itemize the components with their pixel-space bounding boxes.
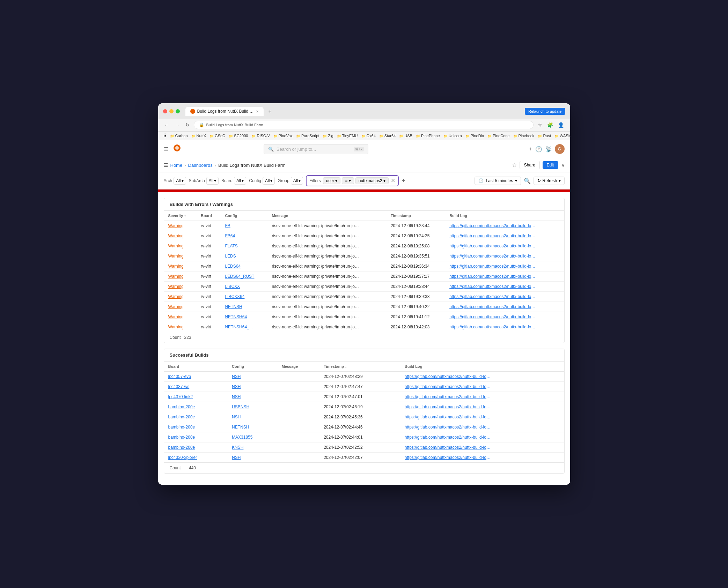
config-link[interactable]: LEDS	[225, 254, 236, 259]
filter-clear-button[interactable]: ✕	[391, 178, 395, 184]
config-link[interactable]: FB64	[225, 233, 235, 238]
log-link[interactable]: https://gitlab.com/nuttxmacos2/nuttx-bui…	[449, 325, 537, 329]
board-link[interactable]: lpc4330-xplorer	[168, 455, 197, 460]
board-link[interactable]: bambino-200e	[168, 445, 195, 450]
log-link[interactable]: https://gitlab.com/nuttxmacos2/nuttx-bui…	[405, 404, 492, 409]
board-link[interactable]: lpc4370-link2	[168, 394, 193, 399]
config-link[interactable]: NETNSH	[232, 425, 249, 430]
severity-link[interactable]: Warning	[168, 304, 184, 309]
bookmark-zig[interactable]: 📁Zig	[323, 134, 333, 138]
config-link[interactable]: NSH	[232, 415, 241, 419]
log-link[interactable]: https://gitlab.com/nuttxmacos2/nuttx-bui…	[449, 264, 537, 269]
breadcrumb-dashboards[interactable]: Dashboards	[188, 163, 213, 168]
config-link[interactable]: MAX31855	[232, 435, 252, 440]
profile-button[interactable]: 👤	[557, 121, 565, 128]
bookmark-pinephone[interactable]: 📁PinePhone	[416, 134, 440, 138]
config-link[interactable]: NSH	[232, 374, 241, 379]
bookmark-unicorn[interactable]: 📁Unicorn	[443, 134, 462, 138]
log-link[interactable]: https://gitlab.com/nuttxmacos2/nuttx-bui…	[449, 304, 537, 309]
relaunch-button[interactable]: Relaunch to update	[525, 108, 565, 115]
log-link[interactable]: https://gitlab.com/nuttxmacos2/nuttx-bui…	[405, 455, 492, 460]
config-link[interactable]: NSH	[232, 455, 241, 460]
close-traffic-light[interactable]	[163, 109, 167, 113]
log-link[interactable]: https://gitlab.com/nuttxmacos2/nuttx-bui…	[449, 294, 537, 299]
log-link[interactable]: https://gitlab.com/nuttxmacos2/nuttx-bui…	[449, 233, 537, 238]
bookmark-nuttx[interactable]: 📁NuttX	[191, 134, 206, 138]
log-link[interactable]: https://gitlab.com/nuttxmacos2/nuttx-bui…	[449, 254, 537, 259]
log-link[interactable]: https://gitlab.com/nuttxmacos2/nuttx-bui…	[405, 374, 492, 379]
bookmark-ox64[interactable]: 📁Ox64	[361, 134, 376, 138]
config-link[interactable]: KNSH	[232, 445, 243, 450]
board-link[interactable]: bambino-200e	[168, 435, 195, 440]
filter-op-select[interactable]: = ▾	[342, 177, 354, 184]
bookmark-sg2000[interactable]: 📁SG2000	[229, 134, 248, 138]
sidebar-toggle[interactable]: ☰	[164, 162, 168, 168]
apps-icon[interactable]: ⠿	[163, 133, 167, 139]
collapse-button[interactable]: ∧	[561, 162, 565, 168]
group-select[interactable]: All ▾	[291, 177, 303, 185]
config-link[interactable]: NETNSH64	[225, 314, 247, 319]
user-avatar[interactable]: G	[555, 144, 565, 154]
severity-link[interactable]: Warning	[168, 284, 184, 289]
search-bar[interactable]: 🔍 Search or jump to... ⌘+k	[264, 144, 368, 154]
config-link[interactable]: LEDS64	[225, 264, 241, 269]
severity-link[interactable]: Warning	[168, 223, 184, 228]
config-link[interactable]: LEDS64_RUST	[225, 274, 254, 279]
severity-link[interactable]: Warning	[168, 244, 184, 248]
config-link[interactable]: NSH	[232, 394, 241, 399]
severity-link[interactable]: Warning	[168, 314, 184, 319]
back-button[interactable]: ←	[163, 121, 171, 128]
reload-button[interactable]: ↻	[184, 121, 191, 128]
maximize-traffic-light[interactable]	[176, 109, 180, 113]
address-bar[interactable]: 🔒 Build Logs from NuttX Build Farm	[194, 121, 534, 129]
bookmark-wasm[interactable]: 📁WASM	[554, 134, 570, 138]
board-link[interactable]: bambino-200e	[168, 425, 195, 430]
board-link[interactable]: bambino-200e	[168, 415, 195, 419]
severity-link[interactable]: Warning	[168, 294, 184, 299]
favorite-button[interactable]: ☆	[512, 162, 517, 169]
config-link[interactable]: LIBCXX64	[225, 294, 244, 299]
bookmark-rust[interactable]: 📁Rust	[538, 134, 551, 138]
minimize-traffic-light[interactable]	[169, 109, 174, 113]
filter-field-select[interactable]: user ▾	[323, 177, 341, 184]
config-link[interactable]: NETNSH64_...	[225, 325, 252, 329]
bookmark-star64[interactable]: 📁Star64	[379, 134, 396, 138]
forward-button[interactable]: →	[174, 121, 181, 128]
log-link[interactable]: https://gitlab.com/nuttxmacos2/nuttx-bui…	[449, 284, 537, 289]
arch-select[interactable]: All ▾	[174, 177, 186, 185]
log-link[interactable]: https://gitlab.com/nuttxmacos2/nuttx-bui…	[405, 435, 492, 440]
config-link[interactable]: NETNSH	[225, 304, 242, 309]
bookmark-pinecone[interactable]: 📁PineCone	[487, 134, 509, 138]
subarch-select[interactable]: All ▾	[206, 177, 219, 185]
refresh-button[interactable]: ↻ Refresh ▾	[534, 177, 564, 185]
log-link[interactable]: https://gitlab.com/nuttxmacos2/nuttx-bui…	[405, 445, 492, 450]
board-link[interactable]: lpc4357-evb	[168, 374, 191, 379]
extensions-button[interactable]: 🧩	[546, 121, 554, 128]
log-link[interactable]: https://gitlab.com/nuttxmacos2/nuttx-bui…	[449, 244, 537, 248]
time-range-selector[interactable]: 🕐 Last 5 minutes ▾	[475, 177, 521, 185]
edit-button[interactable]: Edit	[543, 161, 558, 169]
config-link[interactable]: FLATS	[225, 244, 237, 248]
share-button[interactable]: Share	[520, 161, 540, 169]
clock-button[interactable]: 🕐	[535, 146, 542, 152]
config-link[interactable]: USBNSH	[232, 404, 249, 409]
bookmark-pinevox[interactable]: 📁PineVox	[273, 134, 293, 138]
bookmark-carbon[interactable]: 📁Carbon	[170, 134, 188, 138]
tab-close-button[interactable]: ✕	[256, 110, 259, 113]
hamburger-menu[interactable]: ☰	[164, 146, 169, 152]
star-button[interactable]: ☆	[536, 121, 544, 128]
new-tab-button[interactable]: +	[266, 107, 274, 115]
plus-button[interactable]: +	[529, 146, 532, 152]
bookmark-riscv[interactable]: 📁RISC-V	[251, 134, 270, 138]
bookmark-tinyemu[interactable]: 📁TinyEMU	[337, 134, 358, 138]
board-link[interactable]: bambino-200e	[168, 404, 195, 409]
severity-link[interactable]: Warning	[168, 264, 184, 269]
severity-link[interactable]: Warning	[168, 325, 184, 329]
bookmark-purescript[interactable]: 📁PureScript	[296, 134, 319, 138]
board-link[interactable]: lpc4337-ws	[168, 384, 190, 389]
severity-link[interactable]: Warning	[168, 254, 184, 259]
filter-val-select[interactable]: nuttxmacos2 ▾	[355, 177, 389, 184]
config-link[interactable]: NSH	[232, 384, 241, 389]
bookmark-pinedio[interactable]: 📁PineDio	[465, 134, 484, 138]
log-link[interactable]: https://gitlab.com/nuttxmacos2/nuttx-bui…	[405, 425, 492, 430]
